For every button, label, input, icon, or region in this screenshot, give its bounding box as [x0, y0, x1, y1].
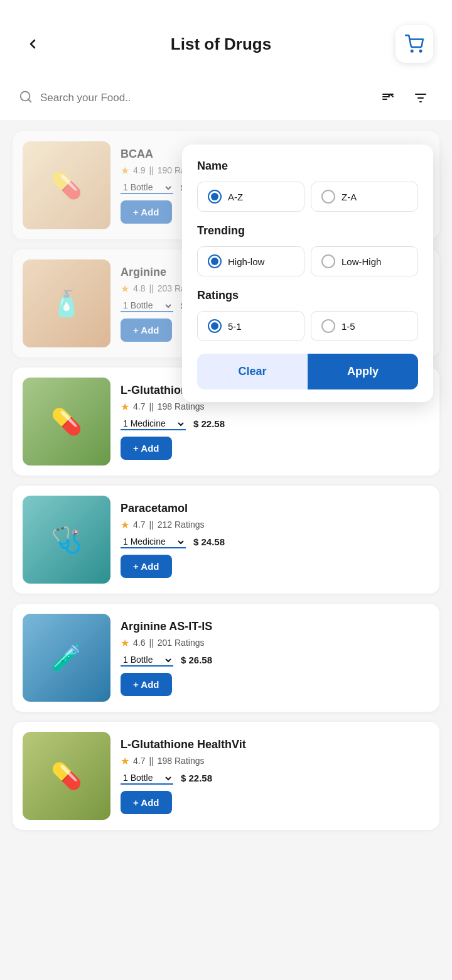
drug-price: $ 22.58 [193, 418, 225, 429]
svg-point-1 [420, 50, 422, 52]
radio-5-1 [208, 319, 222, 333]
quantity-select[interactable]: 1 Medicine [121, 418, 186, 430]
drug-rating: ★ 4.7 || 198 Ratings [121, 755, 429, 767]
add-to-cart-button[interactable]: + Add [121, 791, 172, 814]
drug-qty-price: 1 Medicine $ 22.58 [121, 418, 429, 430]
ratings-1-5-label: 1-5 [342, 321, 355, 332]
drug-rating: ★ 4.7 || 212 Ratings [121, 519, 429, 531]
search-bar [0, 75, 452, 121]
rating-value: 4.7 [133, 520, 145, 530]
add-to-cart-button[interactable]: + Add [121, 555, 172, 578]
drug-name: Paracetamol [121, 502, 429, 515]
radio-az [208, 190, 222, 204]
drug-name: L-Glutathione HealthVit [121, 738, 429, 751]
radio-1-5 [321, 319, 335, 333]
header: List of Drugs [0, 0, 452, 75]
drug-name: Arginine AS-IT-IS [121, 620, 429, 633]
trending-option-high-low[interactable]: High-low [197, 246, 304, 276]
drug-price: $ 24.58 [193, 536, 225, 547]
filter-icon[interactable] [408, 85, 433, 111]
drug-card: 🩺 Paracetamol ★ 4.7 || 212 Ratings 1 Med… [13, 486, 439, 594]
name-za-label: Z-A [342, 192, 357, 202]
rating-divider: || [149, 520, 153, 530]
page-title: List of Drugs [171, 35, 271, 54]
quantity-select[interactable]: 1 Bottle [121, 654, 173, 667]
trending-options-row: High-low Low-High [197, 246, 418, 276]
quantity-select[interactable]: 1 Medicine [121, 536, 186, 548]
rating-value: 4.8 [133, 283, 145, 293]
add-to-cart-button[interactable]: + Add [121, 318, 172, 342]
star-icon: ★ [121, 283, 129, 295]
filter-trending-label: Trending [197, 224, 418, 237]
drug-image: 💊 [23, 732, 110, 820]
rating-divider: || [149, 756, 153, 766]
radio-high-low [208, 254, 222, 268]
filter-dropdown: Name A-Z Z-A Trending High-low Low-High … [182, 144, 433, 402]
drug-info: L-Glutathione HealthVit ★ 4.7 || 198 Rat… [121, 738, 429, 814]
drug-price: $ 22.58 [181, 773, 212, 783]
drug-info: Arginine AS-IT-IS ★ 4.6 || 201 Ratings 1… [121, 620, 429, 696]
ratings-5-1-label: 5-1 [228, 321, 242, 332]
rating-divider: || [149, 165, 153, 175]
drug-image: 🩺 [23, 496, 110, 584]
star-icon: ★ [121, 165, 129, 177]
search-input[interactable] [40, 92, 368, 104]
drug-card: 💊 L-Glutathione HealthVit ★ 4.7 || 198 R… [13, 722, 439, 830]
drug-image: 💊 [23, 141, 110, 229]
svg-point-0 [411, 50, 413, 52]
star-icon: ★ [121, 755, 129, 767]
trending-highlow-label: High-low [228, 256, 264, 267]
name-az-label: A-Z [228, 192, 243, 202]
star-icon: ★ [121, 401, 129, 413]
rating-value: 4.7 [133, 401, 145, 411]
drug-qty-price: 1 Bottle $ 26.58 [121, 654, 429, 667]
ratings-options-row: 5-1 1-5 [197, 311, 418, 341]
rating-divider: || [149, 283, 153, 293]
radio-za [321, 190, 335, 204]
rating-value: 4.7 [133, 756, 145, 766]
filter-ratings-label: Ratings [197, 289, 418, 302]
star-icon: ★ [121, 519, 129, 531]
apply-button[interactable]: Apply [308, 354, 418, 389]
add-to-cart-button[interactable]: + Add [121, 673, 172, 696]
drug-card: 🧪 Arginine AS-IT-IS ★ 4.6 || 201 Ratings… [13, 604, 439, 712]
add-to-cart-button[interactable]: + Add [121, 437, 172, 460]
rating-value: 4.9 [133, 165, 145, 175]
ratings-option-5-1[interactable]: 5-1 [197, 311, 304, 341]
ratings-count: 198 Ratings [158, 401, 205, 411]
name-options-row: A-Z Z-A [197, 182, 418, 212]
filter-action-buttons: Clear Apply [197, 354, 418, 389]
ratings-count: 201 Ratings [158, 638, 205, 648]
drug-qty-price: 1 Medicine $ 24.58 [121, 536, 429, 548]
clear-button[interactable]: Clear [197, 354, 308, 389]
drug-rating: ★ 4.7 || 198 Ratings [121, 401, 429, 413]
rating-divider: || [149, 401, 153, 411]
quantity-select[interactable]: 1 Bottle [121, 182, 173, 194]
add-to-cart-button[interactable]: + Add [121, 200, 172, 224]
drug-qty-price: 1 Bottle $ 22.58 [121, 772, 429, 785]
trending-option-low-high[interactable]: Low-High [311, 246, 418, 276]
drug-info: Paracetamol ★ 4.7 || 212 Ratings 1 Medic… [121, 502, 429, 578]
drug-price: $ 26.58 [181, 655, 212, 665]
quantity-select[interactable]: 1 Bottle [121, 772, 173, 785]
quantity-select[interactable]: 1 Bottle [121, 300, 173, 312]
drug-image: 💊 [23, 378, 110, 466]
ratings-option-1-5[interactable]: 1-5 [311, 311, 418, 341]
rating-value: 4.6 [133, 638, 145, 648]
back-button[interactable] [19, 30, 46, 58]
cart-button[interactable] [396, 25, 433, 63]
star-icon: ★ [121, 637, 129, 649]
name-option-za[interactable]: Z-A [311, 182, 418, 212]
name-option-az[interactable]: A-Z [197, 182, 304, 212]
rating-divider: || [149, 638, 153, 648]
radio-low-high [321, 254, 335, 268]
ratings-count: 198 Ratings [158, 756, 205, 766]
drug-image: 🧪 [23, 614, 110, 702]
ratings-count: 212 Ratings [158, 520, 205, 530]
trending-lowhigh-label: Low-High [342, 256, 381, 267]
drug-image: 🧴 [23, 259, 110, 347]
drug-rating: ★ 4.6 || 201 Ratings [121, 637, 429, 649]
sort-icon[interactable] [375, 85, 401, 111]
svg-line-3 [28, 99, 31, 102]
search-icon [19, 90, 33, 106]
